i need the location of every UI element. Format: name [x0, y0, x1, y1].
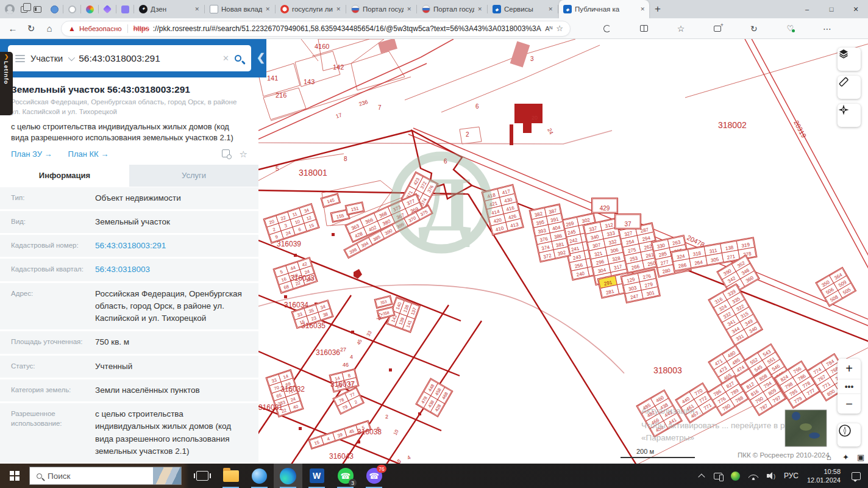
new-tab-button[interactable]: +	[649, 1, 666, 18]
collapse-panel-button[interactable]: ❮	[257, 51, 265, 64]
tab-close-icon[interactable]: ✕	[477, 6, 482, 12]
search-input[interactable]	[79, 53, 217, 64]
address-bar[interactable]: ▲ Небезопасно https ://pkk.rosreestr.ru/…	[61, 21, 571, 37]
favorite-star-icon[interactable]: ☆	[556, 24, 563, 33]
photos-taskbar-icon[interactable]	[245, 464, 274, 488]
tab[interactable]: Портал государ✕	[347, 0, 416, 18]
read-aloud-icon[interactable]: Aᴺ	[545, 25, 552, 32]
compass-button[interactable]	[838, 423, 861, 447]
row-value-link[interactable]: 56:43:0318003	[95, 264, 258, 276]
clear-icon[interactable]: ✕	[222, 54, 229, 63]
marker-icon[interactable]: ✦	[842, 453, 849, 462]
tray-expand-icon[interactable]	[698, 473, 705, 480]
circle-gray-icon[interactable]	[64, 0, 80, 18]
history-icon[interactable]: ↻	[750, 24, 758, 33]
url-text[interactable]: ://pkk.rosreestr.ru/#/search/51.22326707…	[153, 24, 542, 33]
tab[interactable]: Новая вкладка✕	[205, 0, 274, 18]
favorites-bar-icon[interactable]: ☆	[677, 24, 685, 33]
measure-button[interactable]	[838, 76, 861, 99]
explorer-taskbar-icon[interactable]	[216, 464, 245, 488]
favorite-parcel-icon[interactable]: ☆	[240, 149, 247, 159]
tab-active[interactable]: ◆Публичная ка✕	[559, 0, 649, 18]
tab[interactable]: госуслуги лична✕	[276, 0, 345, 18]
tab-close-icon[interactable]: ✕	[640, 6, 645, 12]
notification-center-icon[interactable]	[852, 472, 861, 480]
language-indicator[interactable]: РУС	[784, 472, 799, 480]
diamond-purple-icon[interactable]	[99, 0, 115, 18]
minimap[interactable]	[785, 410, 827, 447]
doc-search-icon[interactable]	[222, 149, 230, 157]
close-button[interactable]: ✕	[844, 0, 868, 18]
cadastral-map[interactable]: 2693022452832422902412552432842562992402…	[258, 39, 868, 464]
plan-link[interactable]: План ЗУ →	[11, 149, 52, 159]
search-box[interactable]: Участки ✕	[8, 45, 251, 71]
clock[interactable]: 10:58 12.01.2024	[807, 467, 841, 485]
globe-blue-icon[interactable]	[46, 0, 62, 18]
tab[interactable]: Портал государ✕	[418, 0, 486, 18]
wifi-icon[interactable]	[749, 472, 758, 480]
viber-taskbar-icon[interactable]: ☎76	[360, 464, 388, 488]
copilot-icon[interactable]	[603, 25, 611, 32]
more-menu-icon[interactable]: ⋯	[823, 24, 831, 33]
parcel-block[interactable]: 786827776789780788	[707, 375, 749, 415]
back-button[interactable]: ←	[4, 20, 22, 37]
tab-close-icon[interactable]: ✕	[194, 6, 199, 12]
parcel-block[interactable]: 350364506509508505	[816, 267, 856, 306]
parcel-block[interactable]: 151	[345, 202, 365, 215]
collections-icon[interactable]	[714, 26, 721, 32]
word-taskbar-icon[interactable]: W	[302, 464, 331, 488]
zoom-menu-button[interactable]: •••	[838, 379, 861, 393]
letinfo-side-tab[interactable]: ❯ LetInfo	[0, 52, 13, 115]
menu-icon[interactable]	[15, 55, 25, 62]
tab[interactable]: ◆Сервисы✕	[488, 0, 557, 18]
tab-close-icon[interactable]: ✕	[548, 6, 553, 12]
split-screen-icon[interactable]	[640, 25, 648, 32]
search-highlight-image[interactable]	[153, 467, 181, 484]
plan-link[interactable]: План КК →	[68, 149, 109, 159]
refresh-button[interactable]: ↻	[22, 20, 40, 37]
start-button[interactable]	[0, 464, 29, 488]
minimap-toggle-icon[interactable]: ▣	[857, 453, 864, 462]
tab-information[interactable]: Информация	[0, 165, 129, 187]
home-icon[interactable]: ⌂	[827, 453, 831, 462]
parcel-block[interactable]: 37	[615, 214, 641, 229]
chevron-down-icon[interactable]	[68, 54, 75, 60]
parcel-block[interactable]: 440770461772467771	[675, 382, 717, 423]
taskbar-search[interactable]: Поиск	[29, 467, 182, 485]
minimize-button[interactable]: –	[795, 0, 819, 18]
volume-icon[interactable]: )	[767, 472, 775, 479]
parcel-block[interactable]: 145	[321, 193, 340, 207]
map-canvas[interactable]: 2693022452832422902412552432842562992402…	[258, 39, 868, 464]
security-warning[interactable]: Небезопасно	[79, 25, 122, 32]
green-app-icon[interactable]	[731, 472, 740, 481]
tab-close-icon[interactable]: ✕	[265, 6, 270, 12]
locate-object-button[interactable]	[838, 104, 861, 127]
task-view-taskbar-icon[interactable]	[188, 464, 216, 488]
parcel-block[interactable]: 382387395391393404376386374381372392	[529, 204, 571, 262]
zoom-out-button[interactable]: −	[838, 393, 861, 414]
parcel-block[interactable]: 20221134231012924615	[263, 203, 319, 243]
tab-close-icon[interactable]: ✕	[407, 6, 411, 12]
tab-close-icon[interactable]: ✕	[336, 6, 341, 12]
maximize-button[interactable]: □	[819, 0, 844, 18]
parcel-block[interactable]: 353	[374, 295, 393, 308]
tab-actions-icon[interactable]	[34, 6, 41, 13]
search-category[interactable]: Участки	[30, 54, 63, 63]
edge-taskbar-icon[interactable]	[274, 464, 302, 488]
zoom-in-button[interactable]: +	[838, 359, 861, 379]
search-icon[interactable]	[235, 55, 241, 62]
home-button[interactable]: ⌂	[40, 20, 59, 37]
circle-color-icon[interactable]	[82, 0, 98, 18]
parcel-block[interactable]: 429	[592, 198, 618, 214]
parcel-block[interactable]: 316339324335332322341315344349331340	[708, 284, 763, 346]
profile-avatar[interactable]	[5, 4, 15, 14]
tab[interactable]: ✦Дзен✕	[135, 0, 204, 18]
workspaces-icon[interactable]	[21, 6, 27, 13]
row-value-link[interactable]: 56:43:0318003:291	[95, 240, 258, 252]
whatsapp-taskbar-icon[interactable]: ☎3	[331, 464, 360, 488]
cast-device-icon[interactable]	[714, 473, 722, 479]
squares-purple-icon[interactable]	[117, 0, 133, 18]
layers-button[interactable]	[838, 48, 861, 71]
tab-services[interactable]: Услуги	[129, 165, 258, 187]
browser-essentials-icon[interactable]: ♡	[787, 24, 794, 33]
